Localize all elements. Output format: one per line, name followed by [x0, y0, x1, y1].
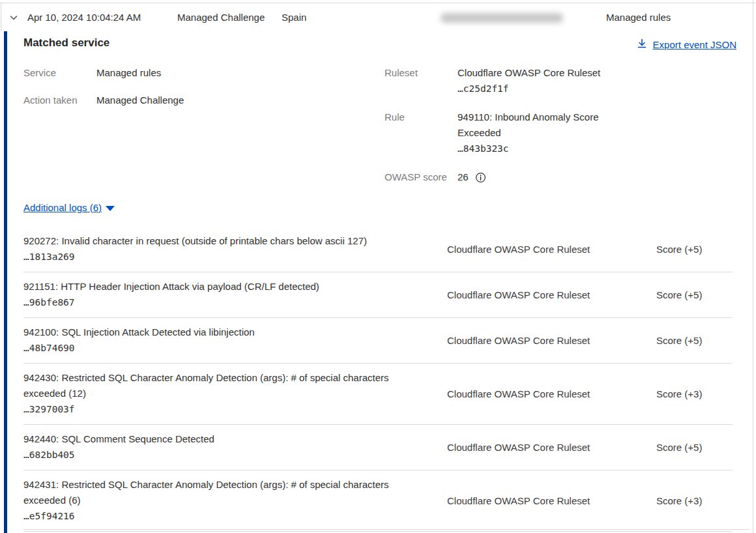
owasp-score-label: OWASP score	[385, 169, 458, 185]
log-row: 921151: HTTP Header Injection Attack via…	[23, 272, 733, 318]
download-icon	[637, 38, 647, 51]
caret-down-icon	[106, 206, 115, 211]
rule-row: Rule 949110: Inbound Anomaly Score Excee…	[385, 109, 684, 156]
rule-label: Rule	[385, 109, 458, 156]
log-score: Score (+5)	[656, 244, 733, 255]
additional-logs-label: Additional logs (6)	[23, 202, 102, 213]
matched-service-right-column: Ruleset Cloudflare OWASP Core Ruleset …c…	[385, 65, 684, 198]
matched-service-left-column: Service Managed rules Action taken Manag…	[23, 65, 304, 120]
info-icon[interactable]	[475, 172, 486, 183]
log-rule-hash: …682bb405	[23, 447, 428, 463]
ruleset-hash: …c25d2f1f	[458, 83, 509, 94]
additional-logs-table: 920272: Invalid character in request (ou…	[23, 227, 733, 532]
export-json-label: Export event JSON	[653, 39, 736, 50]
log-row: 942440: SQL Comment Sequence Detected …6…	[23, 425, 733, 470]
log-ruleset: Cloudflare OWASP Core Ruleset	[447, 289, 603, 300]
event-row-header[interactable]: Apr 10, 2024 10:04:24 AM Managed Challen…	[0, 3, 749, 31]
log-rule-hash: …96bfe867	[23, 295, 428, 310]
ruleset-row: Ruleset Cloudflare OWASP Core Ruleset …c…	[385, 65, 684, 96]
log-rule-hash: …48b74690	[23, 340, 428, 356]
event-country: Spain	[282, 3, 306, 31]
event-service: Managed rules	[606, 3, 671, 31]
log-row: 942430: Restricted SQL Character Anomaly…	[23, 364, 733, 425]
log-rule-description: 942440: SQL Comment Sequence Detected	[23, 431, 428, 447]
log-score: Score (+3)	[656, 495, 733, 506]
additional-logs-toggle[interactable]: Additional logs (6)	[23, 202, 115, 213]
rule-hash: …843b323c	[458, 143, 509, 154]
action-taken-value: Managed Challenge	[96, 93, 259, 108]
event-timestamp: Apr 10, 2024 10:04:24 AM	[27, 3, 141, 31]
rule-value: 949110: Inbound Anomaly Score Exceeded	[458, 111, 599, 138]
export-json-link[interactable]: Export event JSON	[637, 38, 736, 51]
event-action: Managed Challenge	[177, 3, 265, 31]
action-taken-row: Action taken Managed Challenge	[23, 93, 304, 108]
chevron-down-icon[interactable]	[8, 3, 19, 31]
log-rule-hash: …3297003f	[23, 401, 428, 417]
log-rule-description: 921151: HTTP Header Injection Attack via…	[23, 279, 428, 295]
action-taken-label: Action taken	[23, 93, 96, 108]
log-rule-description: 942430: Restricted SQL Character Anomaly…	[23, 370, 428, 401]
owasp-score-row: OWASP score 26	[385, 169, 684, 185]
log-score: Score (+3)	[656, 388, 733, 399]
log-row: 942431: Restricted SQL Character Anomaly…	[23, 470, 733, 532]
log-ruleset: Cloudflare OWASP Core Ruleset	[447, 244, 603, 255]
panel-title: Matched service	[23, 36, 109, 50]
log-rule-description: 942100: SQL Injection Attack Detected vi…	[23, 324, 428, 340]
expanded-row-indicator-bar	[4, 31, 7, 533]
redacted-ray-id	[441, 13, 563, 23]
service-label: Service	[23, 65, 96, 81]
service-row: Service Managed rules	[23, 65, 304, 81]
log-ruleset: Cloudflare OWASP Core Ruleset	[447, 335, 603, 346]
log-ruleset: Cloudflare OWASP Core Ruleset	[447, 495, 603, 506]
log-rule-description: 920272: Invalid character in request (ou…	[23, 233, 428, 249]
ruleset-value: Cloudflare OWASP Core Ruleset	[458, 67, 600, 78]
log-rule-hash: …e5f94216	[23, 508, 428, 524]
log-rule-description: 942431: Restricted SQL Character Anomaly…	[23, 477, 428, 508]
log-score: Score (+5)	[656, 335, 733, 346]
log-rule-hash: …1813a269	[23, 249, 428, 265]
log-ruleset: Cloudflare OWASP Core Ruleset	[447, 442, 603, 453]
log-score: Score (+5)	[656, 442, 733, 453]
panel-bottom-divider	[23, 529, 749, 530]
log-ruleset: Cloudflare OWASP Core Ruleset	[447, 388, 603, 399]
card-right-border	[753, 0, 753, 533]
log-row: 920272: Invalid character in request (ou…	[23, 227, 733, 272]
owasp-score-value: 26	[458, 169, 469, 185]
service-value: Managed rules	[96, 65, 259, 81]
ruleset-label: Ruleset	[385, 65, 458, 96]
log-row: 942100: SQL Injection Attack Detected vi…	[23, 318, 733, 364]
log-score: Score (+5)	[656, 289, 733, 300]
